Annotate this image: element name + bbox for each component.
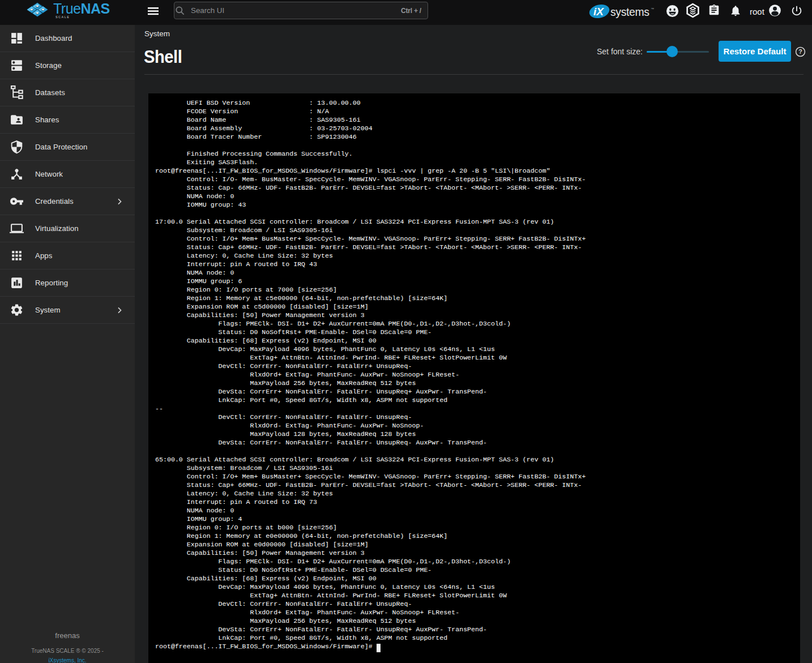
svg-text:systems: systems [610,6,649,18]
svg-text:?: ? [798,48,802,55]
svg-text:™: ™ [651,7,654,11]
svg-text:iX: iX [593,6,604,18]
